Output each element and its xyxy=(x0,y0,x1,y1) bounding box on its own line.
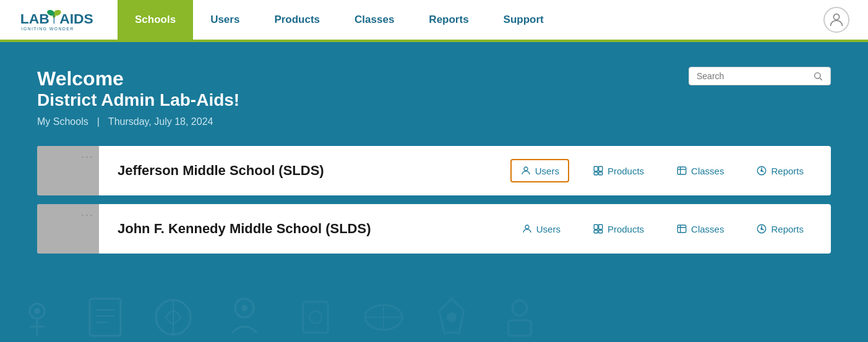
kennedy-reports-button[interactable]: Reports xyxy=(747,218,812,239)
nav-spacer xyxy=(561,0,811,41)
school-name-jefferson: Jefferson Middle School (SLDS) xyxy=(99,163,510,179)
classes-icon xyxy=(676,165,687,176)
svg-point-30 xyxy=(524,167,528,171)
svg-rect-20 xyxy=(303,302,328,333)
svg-text:AIDS: AIDS xyxy=(59,11,93,27)
svg-rect-44 xyxy=(599,231,603,234)
header: LAB AIDS IGNITING WONDER Schools Users P… xyxy=(0,0,868,42)
nav-item-schools[interactable]: Schools xyxy=(118,0,193,41)
school-thumb-jefferson: ··· xyxy=(37,146,99,195)
kennedy-users-button[interactable]: Users xyxy=(513,218,569,239)
jefferson-reports-button[interactable]: Reports xyxy=(747,160,812,181)
logo-svg: LAB AIDS IGNITING WONDER xyxy=(19,6,93,33)
svg-text:LAB: LAB xyxy=(20,11,49,27)
watermark-icon-8 xyxy=(495,293,544,342)
kennedy-products-button[interactable]: Products xyxy=(584,218,653,239)
products-icon-2 xyxy=(593,223,604,234)
date-label: Thursday, July 18, 2024 xyxy=(108,116,213,127)
nav-item-reports[interactable]: Reports xyxy=(411,0,486,41)
school-actions-kennedy: Users Products xyxy=(513,218,831,239)
classes-icon-2 xyxy=(676,223,687,234)
watermark-icon-2 xyxy=(80,293,130,342)
svg-point-19 xyxy=(241,305,247,311)
school-name-kennedy: John F. Kennedy Middle School (SLDS) xyxy=(99,221,513,237)
svg-point-49 xyxy=(761,228,762,229)
logo: LAB AIDS IGNITING WONDER xyxy=(19,6,93,33)
svg-line-29 xyxy=(820,78,822,80)
svg-rect-33 xyxy=(594,173,598,176)
my-schools-bar: My Schools | Thursday, July 18, 2024 xyxy=(37,116,831,127)
watermark-icon xyxy=(12,293,62,342)
school-thumb-kennedy: ··· xyxy=(37,204,99,254)
my-schools-label: My Schools xyxy=(37,116,88,127)
svg-rect-35 xyxy=(677,167,686,174)
search-box xyxy=(689,67,831,85)
svg-point-28 xyxy=(815,73,820,79)
main-content: Welcome District Admin Lab-Aids! My Scho… xyxy=(0,42,868,342)
jefferson-users-button[interactable]: Users xyxy=(510,159,569,182)
svg-rect-45 xyxy=(677,225,686,233)
svg-point-16 xyxy=(156,300,191,335)
school-card-jefferson: ··· Jefferson Middle School (SLDS) Users xyxy=(37,146,831,195)
welcome-line2: District Admin Lab-Aids! xyxy=(37,90,831,110)
kennedy-classes-button[interactable]: Classes xyxy=(668,218,733,239)
watermark-icon-4 xyxy=(217,286,272,342)
dots-icon-jefferson[interactable]: ··· xyxy=(81,151,94,162)
reports-icon-2 xyxy=(756,223,767,234)
svg-point-22 xyxy=(365,305,402,330)
svg-point-26 xyxy=(512,301,527,315)
svg-rect-27 xyxy=(509,320,531,336)
nav-item-products[interactable]: Products xyxy=(257,0,337,41)
svg-rect-34 xyxy=(599,173,603,176)
svg-point-7 xyxy=(833,14,839,20)
reports-icon xyxy=(756,165,767,176)
jefferson-classes-button[interactable]: Classes xyxy=(668,160,733,181)
users-icon xyxy=(520,165,531,176)
svg-point-9 xyxy=(34,308,40,314)
users-icon-2 xyxy=(522,223,533,234)
svg-rect-12 xyxy=(90,299,121,336)
svg-point-18 xyxy=(235,299,254,317)
search-input[interactable] xyxy=(697,71,813,81)
school-card-kennedy: ··· John F. Kennedy Middle School (SLDS)… xyxy=(37,204,831,254)
svg-rect-43 xyxy=(594,231,598,234)
user-icon xyxy=(828,11,845,28)
watermark-icon-3 xyxy=(148,293,198,342)
svg-point-39 xyxy=(761,170,762,171)
separator: | xyxy=(97,116,100,127)
svg-rect-41 xyxy=(594,225,598,230)
svg-text:IGNITING WONDER: IGNITING WONDER xyxy=(22,27,74,31)
schools-list: ··· Jefferson Middle School (SLDS) Users xyxy=(37,146,831,254)
svg-rect-31 xyxy=(594,167,598,172)
watermark-icon-7 xyxy=(427,293,476,342)
svg-rect-42 xyxy=(599,225,603,230)
nav-item-classes[interactable]: Classes xyxy=(337,0,411,41)
user-avatar[interactable] xyxy=(823,7,849,33)
jefferson-products-button[interactable]: Products xyxy=(584,160,653,181)
main-nav: Schools Users Products Classes Reports S… xyxy=(118,0,811,41)
svg-point-40 xyxy=(525,225,529,229)
products-icon xyxy=(593,165,604,176)
search-icon xyxy=(813,71,823,81)
watermark-icon-6 xyxy=(359,293,408,342)
svg-point-21 xyxy=(309,311,322,323)
svg-point-25 xyxy=(447,312,457,322)
nav-item-users[interactable]: Users xyxy=(193,0,257,41)
search-wrapper xyxy=(689,67,831,85)
school-actions-jefferson: Users Products xyxy=(510,159,831,182)
dots-icon-kennedy[interactable]: ··· xyxy=(81,209,94,220)
nav-item-support[interactable]: Support xyxy=(486,0,561,41)
watermark-icon-5 xyxy=(291,293,340,342)
svg-point-8 xyxy=(30,304,45,318)
svg-rect-32 xyxy=(599,167,603,172)
